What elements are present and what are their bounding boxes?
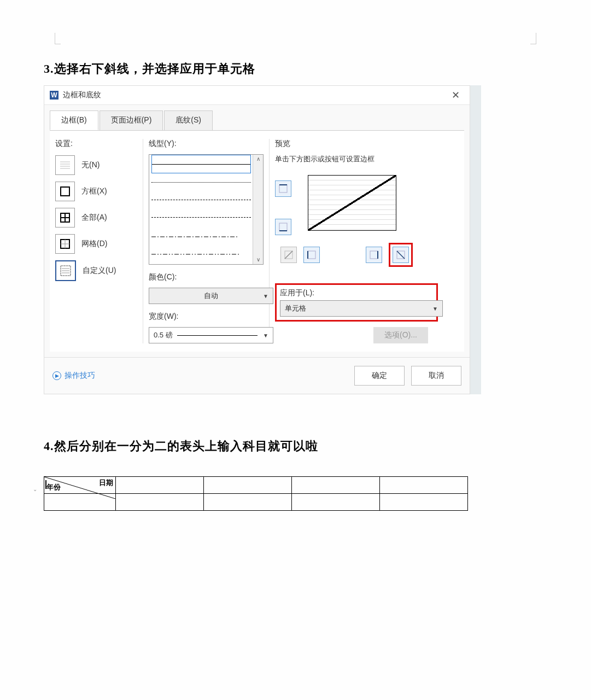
svg-rect-19 (279, 223, 287, 231)
width-combo[interactable]: 0.5 磅 (149, 327, 273, 343)
setting-box[interactable]: 方框(X) (55, 182, 137, 201)
setting-none-label: 无(N) (81, 160, 100, 170)
linetype-listbox[interactable] (149, 154, 264, 265)
setting-grid-label: 网格(D) (81, 239, 107, 249)
linetype-dotted-fine[interactable] (151, 173, 251, 191)
applyto-highlight: 应用于(L): 单元格 (275, 283, 438, 322)
linetype-label: 线型(Y): (149, 139, 264, 149)
svg-rect-4 (61, 187, 69, 196)
linetype-dashdotdot[interactable] (151, 243, 251, 261)
preview-left-border-button[interactable] (303, 247, 320, 263)
paragraph-mark-icon: ⌄ (33, 486, 37, 492)
word-app-icon: W (50, 91, 58, 100)
svg-rect-23 (308, 251, 315, 259)
setting-custom-label: 自定义(U) (83, 266, 116, 276)
diag-header-bl: 年份 (46, 482, 61, 492)
dialog-title: 边框和底纹 (63, 90, 447, 100)
linetype-dashdot[interactable] (151, 226, 251, 243)
preview-top-border-button[interactable] (275, 180, 291, 197)
result-table: 年份 日期 (44, 476, 468, 511)
ok-button[interactable]: 确定 (354, 366, 405, 386)
table-cell[interactable] (380, 477, 468, 494)
diag-down-highlight (389, 243, 413, 267)
applyto-value: 单元格 (285, 304, 306, 313)
svg-line-28 (397, 251, 405, 259)
setting-grid[interactable]: 网格(D) (55, 234, 137, 254)
close-icon[interactable]: ✕ (447, 89, 464, 101)
preview-diag-up-button[interactable] (280, 247, 297, 263)
table-cell[interactable] (292, 477, 380, 494)
table-cell[interactable] (116, 477, 204, 494)
preview-right-border-button[interactable] (366, 247, 382, 263)
settings-column: 设置: 无(N) 方框(X) (50, 139, 143, 343)
setting-none[interactable]: 无(N) (55, 155, 137, 175)
custom-border-icon (55, 260, 76, 281)
scrollbar[interactable] (253, 155, 263, 264)
cancel-button-label: 取消 (429, 371, 444, 381)
tab-border[interactable]: 边框(B) (50, 110, 98, 130)
tab-page-border[interactable]: 页面边框(P) (100, 110, 163, 130)
svg-rect-17 (279, 185, 287, 192)
tab-shading[interactable]: 底纹(S) (164, 110, 213, 130)
table-cell[interactable] (204, 494, 292, 511)
color-label: 颜色(C): (149, 272, 264, 282)
setting-custom[interactable]: 自定义(U) (55, 260, 137, 281)
applyto-combo[interactable]: 单元格 (280, 300, 443, 317)
color-combo[interactable]: 自动 (149, 288, 273, 304)
linetype-dashed-2[interactable] (151, 208, 251, 226)
cancel-button[interactable]: 取消 (411, 366, 461, 386)
table-cell[interactable] (292, 494, 380, 511)
borders-shading-dialog: W 边框和底纹 ✕ 边框(B) 页面边框(P) 底纹(S) 设置: (44, 85, 470, 394)
none-border-icon (55, 155, 75, 175)
tips-link[interactable]: ▶ 操作技巧 (52, 371, 95, 381)
width-value: 0.5 磅 (154, 330, 173, 340)
dialog-right-edge (470, 85, 481, 394)
diag-header-tr: 日期 (99, 478, 113, 488)
options-button-label: 选项(O)... (384, 330, 417, 340)
preview-diag-down-button[interactable] (393, 247, 409, 263)
play-icon: ▶ (52, 371, 61, 380)
preview-label: 预览 (275, 139, 459, 149)
setting-all-label: 全部(A) (81, 213, 107, 223)
options-button: 选项(O)... (373, 327, 428, 343)
preview-bottom-border-button[interactable] (275, 219, 291, 235)
applyto-label: 应用于(L): (280, 288, 433, 298)
page-corner-mark-tr (530, 33, 536, 44)
width-sample-line (177, 335, 258, 336)
diagonal-header-cell[interactable]: 年份 日期 (44, 477, 116, 494)
setting-all[interactable]: 全部(A) (55, 208, 137, 228)
svg-rect-25 (370, 251, 378, 259)
dialog-titlebar: W 边框和底纹 ✕ (44, 86, 470, 105)
step4-heading: 4.然后分别在一分为二的表头上输入科目就可以啦 (44, 438, 547, 454)
settings-label: 设置: (55, 139, 137, 149)
table-row: 年份 日期 (44, 477, 468, 494)
table-cell[interactable] (116, 494, 204, 511)
svg-line-22 (285, 251, 292, 259)
tips-link-label: 操作技巧 (65, 371, 95, 381)
table-cell[interactable] (380, 494, 468, 511)
box-border-icon (55, 182, 75, 201)
table-cell[interactable] (204, 477, 292, 494)
preview-cell-diagram (308, 175, 396, 231)
preview-hint: 单击下方图示或按钮可设置边框 (275, 154, 459, 164)
preview-column: 预览 单击下方图示或按钮可设置边框 (270, 139, 464, 343)
dialog-footer: ▶ 操作技巧 确定 取消 (44, 357, 470, 394)
step3-heading: 3.选择右下斜线，并选择应用于单元格 (44, 61, 547, 77)
line-column: 线型(Y): 颜色(C): 自动 宽度(W): (143, 139, 270, 343)
setting-box-label: 方框(X) (81, 186, 107, 196)
dialog-tabs: 边框(B) 页面边框(P) 底纹(S) (44, 105, 470, 130)
width-label: 宽度(W): (149, 312, 264, 322)
page-corner-mark-tl (55, 33, 61, 44)
grid-border-icon (55, 234, 75, 254)
color-value: 自动 (204, 291, 218, 301)
linetype-solid[interactable] (151, 155, 251, 173)
ok-button-label: 确定 (372, 371, 387, 381)
all-border-icon (55, 208, 75, 228)
linetype-dashed-1[interactable] (151, 191, 251, 208)
